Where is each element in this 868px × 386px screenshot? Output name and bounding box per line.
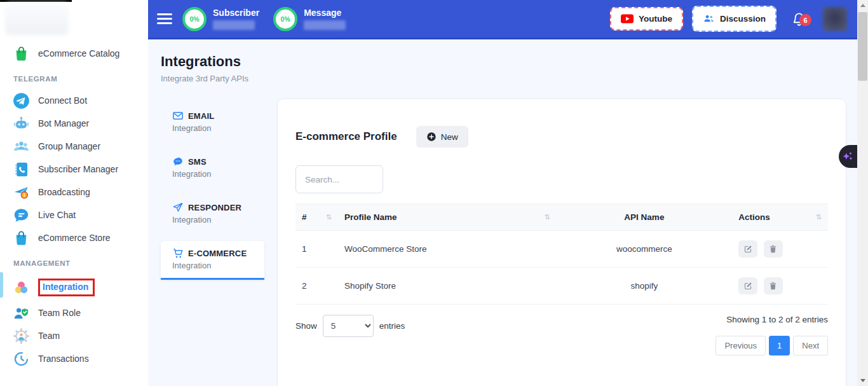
sidebar-item-broadcasting[interactable]: 1 Broadcasting (0, 181, 148, 203)
sidebar-item-ecommerce-catalog[interactable]: eCommerce Catalog (0, 42, 148, 65)
tab-email-integration[interactable]: EMAIL Integration (161, 104, 264, 141)
sidebar-section-management: MANAGEMENT (0, 249, 148, 273)
sort-icon: ⇅ (544, 213, 550, 221)
sidebar-item-group-manager[interactable]: Group Manager (0, 135, 148, 158)
page-title: Integrations (161, 53, 857, 70)
row-api-name: shopify (557, 268, 733, 305)
row-api-name: woocommerce (557, 231, 733, 268)
edit-button[interactable] (738, 277, 757, 294)
notification-count-badge: 6 (799, 14, 811, 26)
table-row: 1 WooCommerce Store woocommerce (295, 231, 828, 268)
subscriber-progress-ring: 0% (182, 7, 207, 31)
column-header-api-name[interactable]: API Name (557, 204, 733, 231)
search-input[interactable] (295, 165, 383, 193)
sparkles-icon (841, 150, 855, 163)
page-1-button[interactable]: 1 (769, 336, 790, 355)
column-header-actions[interactable]: Actions⇅ (732, 204, 828, 231)
sidebar-item-subscriber-manager[interactable]: Subscriber Manager (0, 158, 148, 181)
integration-circles-icon (13, 279, 30, 296)
show-label: Show (295, 321, 317, 331)
trash-icon (768, 281, 778, 291)
people-icon (703, 13, 715, 25)
sidebar: eCommerce Catalog TELEGRAM Connect Bot B… (0, 0, 148, 386)
youtube-button-label: Youtube (639, 14, 672, 24)
row-num: 1 (295, 231, 338, 268)
topbar: 0% Subscriber 0% Message Youtube Discuss… (148, 0, 857, 39)
tab-subtitle: Integration (172, 123, 261, 133)
sidebar-item-bot-manager[interactable]: Bot Manager (0, 112, 148, 135)
active-item-indicator (0, 272, 3, 298)
tab-responder-integration[interactable]: RESPONDER Integration (161, 195, 264, 232)
sidebar-item-team-role[interactable]: Team Role (0, 301, 148, 324)
showing-entries-text: Showing 1 to 2 of 2 entries (715, 315, 828, 324)
scroll-up-arrow[interactable] (857, 0, 868, 11)
tab-title: SMS (188, 157, 207, 167)
sidebar-item-label: Team (38, 331, 60, 341)
sidebar-item-team[interactable]: Team (0, 324, 148, 347)
entries-label: entries (379, 321, 405, 331)
subscriber-stat-label: Subscriber (213, 8, 259, 18)
chat-bubble-icon (13, 207, 30, 224)
page-size-select[interactable]: 5 (323, 315, 374, 337)
sort-icon: ⇅ (326, 213, 332, 221)
main-content: Integrations Integrate 3rd Party APIs EM… (148, 39, 857, 386)
youtube-icon (621, 14, 634, 24)
subscriber-stat: 0% Subscriber (182, 7, 259, 31)
ecommerce-profile-panel: E-commerce Profile New #⇅ (277, 99, 846, 386)
row-profile-name: WooCommerce Store (338, 231, 557, 268)
tab-ecommerce-integration[interactable]: E-COMMERCE Integration (161, 241, 264, 280)
edit-button[interactable] (738, 240, 757, 258)
new-button-label: New (441, 132, 458, 142)
sort-icon: ⇅ (816, 213, 822, 221)
message-stat-label: Message (304, 8, 346, 18)
scroll-down-arrow[interactable] (857, 375, 868, 386)
youtube-button[interactable]: Youtube (610, 7, 683, 31)
discussion-button[interactable]: Discussion (692, 6, 776, 32)
plus-circle-icon (426, 132, 437, 142)
broadcasting-badge: 1 (23, 192, 25, 198)
sidebar-item-ecommerce-store[interactable]: eCommerce Store (0, 226, 148, 249)
scrollbar-thumb[interactable] (858, 12, 867, 81)
shopping-bag-green-icon (13, 45, 30, 62)
people-group-icon (13, 138, 30, 155)
sidebar-item-transactions[interactable]: Transactions (0, 347, 148, 370)
profiles-table: #⇅ Profile Name⇅ API Name Actions⇅ (295, 203, 828, 305)
delete-button[interactable] (764, 277, 783, 294)
paper-plane-badge-icon: 1 (13, 184, 30, 201)
gear-person-icon (13, 327, 30, 345)
trash-icon (768, 244, 778, 254)
message-progress-ring: 0% (273, 7, 297, 31)
sidebar-item-label: Team Role (38, 308, 81, 318)
next-page-button[interactable]: Next (793, 336, 828, 355)
notifications-button[interactable]: 6 (792, 11, 806, 26)
contact-book-icon (13, 161, 30, 178)
robot-icon (13, 115, 30, 132)
column-header-profile-name[interactable]: Profile Name⇅ (338, 204, 557, 231)
ai-assistant-fab[interactable] (839, 145, 857, 168)
tab-title: RESPONDER (188, 203, 241, 212)
delete-button[interactable] (764, 240, 783, 258)
column-header-num[interactable]: #⇅ (295, 204, 338, 231)
tab-subtitle: Integration (172, 169, 261, 179)
tab-subtitle: Integration (172, 261, 261, 270)
previous-page-button[interactable]: Previous (715, 336, 766, 355)
sidebar-item-label: eCommerce Catalog (38, 48, 119, 59)
integration-subnav: EMAIL Integration SMS Integration (161, 99, 264, 289)
hamburger-menu-icon[interactable] (157, 11, 172, 27)
user-avatar[interactable] (823, 7, 847, 31)
sidebar-item-label: Bot Manager (38, 118, 89, 128)
table-row: 2 Shopify Store shopify (295, 268, 828, 305)
pagination: Previous 1 Next (715, 336, 828, 355)
sidebar-item-label: Group Manager (38, 141, 100, 151)
edit-pencil-icon (743, 281, 753, 291)
tab-title: E-COMMERCE (188, 249, 247, 258)
tab-sms-integration[interactable]: SMS Integration (161, 149, 264, 186)
new-profile-button[interactable]: New (416, 126, 468, 148)
sidebar-item-integration[interactable]: Integration (0, 273, 148, 301)
shopping-bag-blue-icon (13, 230, 30, 247)
top-edge-line (0, 0, 72, 2)
sidebar-item-live-chat[interactable]: Live Chat (0, 203, 148, 226)
sidebar-item-connect-bot[interactable]: Connect Bot (0, 89, 148, 112)
tab-title: EMAIL (188, 111, 214, 121)
history-clock-icon (13, 350, 30, 368)
